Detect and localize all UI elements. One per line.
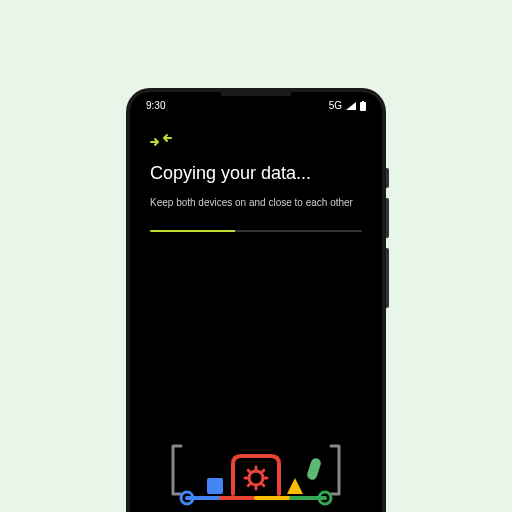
svg-line-10 (248, 470, 251, 473)
svg-rect-14 (306, 457, 322, 481)
signal-icon (346, 102, 356, 110)
svg-rect-1 (362, 101, 364, 103)
transfer-arrows-icon (150, 133, 362, 151)
svg-rect-0 (360, 102, 366, 111)
phone-side-button (386, 168, 389, 188)
phone-notch (221, 92, 291, 96)
status-network: 5G (329, 100, 342, 111)
status-time: 9:30 (146, 100, 165, 111)
content-area: Copying your data... Keep both devices o… (130, 115, 382, 232)
phone-frame: 9:30 5G Copying your data... Keep both d… (126, 88, 386, 512)
page-subtitle: Keep both devices on and close to each o… (150, 196, 362, 210)
status-right: 5G (329, 100, 366, 111)
phone-screen: 9:30 5G Copying your data... Keep both d… (130, 92, 382, 512)
transfer-illustration (130, 396, 382, 512)
page-title: Copying your data... (150, 163, 362, 184)
svg-line-12 (248, 483, 251, 486)
phone-side-button (386, 248, 389, 308)
svg-line-11 (261, 470, 264, 473)
svg-rect-4 (207, 478, 223, 494)
svg-line-13 (261, 483, 264, 486)
progress-bar (150, 230, 362, 232)
phone-side-button (386, 198, 389, 238)
progress-fill (150, 230, 235, 232)
battery-icon (360, 101, 366, 111)
